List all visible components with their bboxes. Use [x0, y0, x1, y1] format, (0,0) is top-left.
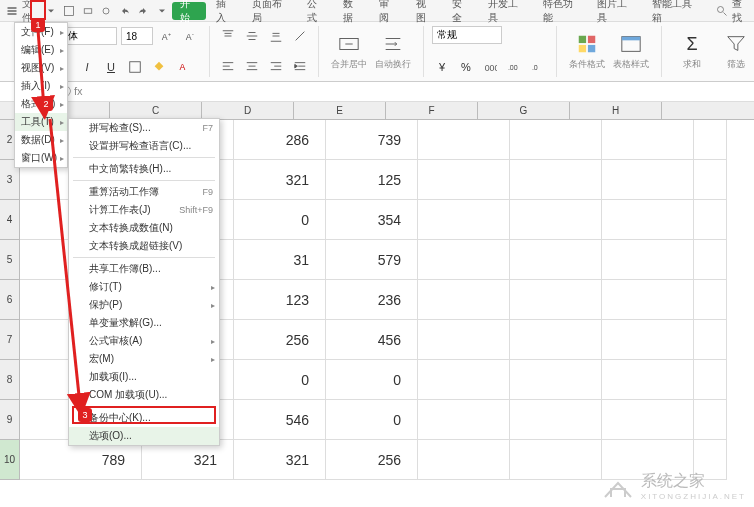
cell[interactable] [694, 160, 727, 200]
cell[interactable] [418, 120, 510, 160]
cell[interactable] [694, 200, 727, 240]
tab-formula[interactable]: 公式 [299, 2, 333, 20]
cell[interactable]: 321 [142, 440, 234, 480]
cell[interactable]: 0 [326, 400, 418, 440]
tools-menu-item[interactable]: 选项(O)... [69, 427, 219, 445]
cell[interactable] [510, 280, 602, 320]
cell[interactable]: 125 [326, 160, 418, 200]
save-icon[interactable] [61, 2, 77, 20]
cell[interactable] [694, 320, 727, 360]
cell[interactable]: 579 [326, 240, 418, 280]
decrease-font-icon[interactable]: A- [181, 26, 201, 46]
comma-icon[interactable]: 000 [480, 57, 500, 77]
cell[interactable] [694, 400, 727, 440]
cell[interactable] [694, 280, 727, 320]
cell[interactable] [602, 240, 694, 280]
row-header-9[interactable]: 9 [0, 400, 20, 440]
cell[interactable] [510, 400, 602, 440]
cell[interactable] [694, 120, 727, 160]
tab-dev[interactable]: 开发工具 [480, 2, 533, 20]
cell[interactable]: 789 [20, 440, 142, 480]
cell[interactable] [602, 360, 694, 400]
cell[interactable] [510, 360, 602, 400]
tab-view[interactable]: 视图 [408, 2, 442, 20]
cell[interactable]: 321 [234, 440, 326, 480]
cell[interactable] [694, 240, 727, 280]
cell[interactable]: 123 [234, 280, 326, 320]
search-icon[interactable] [713, 2, 729, 20]
row-header-4[interactable]: 4 [0, 200, 20, 240]
col-header-D[interactable]: D [202, 102, 294, 119]
cell[interactable]: 546 [234, 400, 326, 440]
fill-color-icon[interactable] [149, 57, 169, 77]
row-header-6[interactable]: 6 [0, 280, 20, 320]
tab-smart[interactable]: 智能工具箱 [644, 2, 706, 20]
cell[interactable] [418, 440, 510, 480]
col-header-F[interactable]: F [386, 102, 478, 119]
border-icon[interactable] [125, 57, 145, 77]
filter-button[interactable]: 筛选 [714, 32, 754, 71]
number-format-select[interactable] [432, 26, 502, 44]
row-header-10[interactable]: 10 [0, 440, 20, 480]
cell[interactable] [602, 200, 694, 240]
cond-format-button[interactable]: 条件格式 [565, 32, 609, 71]
increase-font-icon[interactable]: A+ [157, 26, 177, 46]
align-mid-icon[interactable] [242, 26, 262, 46]
dec-dec-icon[interactable]: .0 [528, 57, 548, 77]
col-header-H[interactable]: H [570, 102, 662, 119]
cell[interactable] [602, 120, 694, 160]
currency-icon[interactable]: ¥ [432, 57, 452, 77]
cell[interactable] [418, 240, 510, 280]
align-center-icon[interactable] [242, 57, 262, 77]
cell[interactable] [418, 280, 510, 320]
cell[interactable] [694, 360, 727, 400]
cell[interactable] [418, 360, 510, 400]
cell[interactable] [602, 280, 694, 320]
row-header-7[interactable]: 7 [0, 320, 20, 360]
cell[interactable]: 739 [326, 120, 418, 160]
cell[interactable]: 0 [234, 200, 326, 240]
cell[interactable]: 31 [234, 240, 326, 280]
cell[interactable]: 354 [326, 200, 418, 240]
tab-review[interactable]: 审阅 [371, 2, 405, 20]
font-color-icon[interactable]: A [173, 57, 193, 77]
align-right-icon[interactable] [266, 57, 286, 77]
undo-icon[interactable] [116, 2, 132, 20]
tab-data[interactable]: 数据 [335, 2, 369, 20]
cell[interactable] [510, 320, 602, 360]
print-icon[interactable] [80, 2, 96, 20]
search-label[interactable]: 查找 [732, 0, 750, 25]
align-top-icon[interactable] [218, 26, 238, 46]
tab-security[interactable]: 安全 [444, 2, 478, 20]
align-left-icon[interactable] [218, 57, 238, 77]
cell[interactable] [510, 240, 602, 280]
dropdown-icon[interactable] [43, 2, 59, 20]
cell[interactable] [602, 400, 694, 440]
redo-icon[interactable] [135, 2, 151, 20]
orient-icon[interactable] [290, 26, 310, 46]
cell[interactable] [602, 160, 694, 200]
cell[interactable]: 236 [326, 280, 418, 320]
italic-icon[interactable]: I [77, 57, 97, 77]
tab-image[interactable]: 图片工具 [589, 2, 642, 20]
col-header-G[interactable]: G [478, 102, 570, 119]
tab-insert[interactable]: 插入 [208, 2, 242, 20]
cell[interactable]: 0 [234, 360, 326, 400]
formula-bar[interactable]: ⓕ fx [0, 82, 754, 102]
dec-inc-icon[interactable]: .00 [504, 57, 524, 77]
row-header-5[interactable]: 5 [0, 240, 20, 280]
cell[interactable]: 456 [326, 320, 418, 360]
cell[interactable] [510, 200, 602, 240]
merge-button[interactable]: 合并居中 [327, 32, 371, 71]
chevron-down-icon[interactable] [153, 2, 169, 20]
file-label[interactable]: 文件 [22, 2, 40, 20]
cell[interactable] [510, 160, 602, 200]
cell[interactable]: 321 [234, 160, 326, 200]
col-header-C[interactable]: C [110, 102, 202, 119]
percent-icon[interactable]: % [456, 57, 476, 77]
cell[interactable] [418, 200, 510, 240]
preview-icon[interactable] [98, 2, 114, 20]
col-header-E[interactable]: E [294, 102, 386, 119]
cell[interactable] [510, 120, 602, 160]
menu-icon[interactable] [4, 2, 20, 20]
